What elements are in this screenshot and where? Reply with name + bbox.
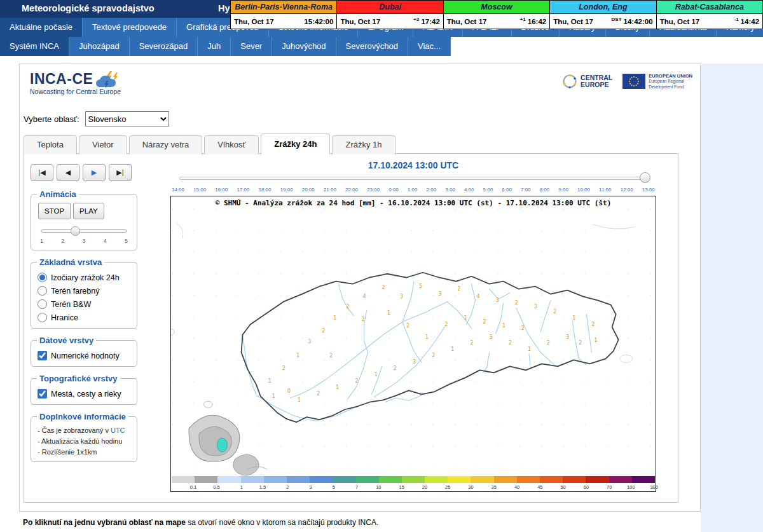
scale-label: 45 xyxy=(519,484,542,490)
timeline-tick[interactable]: 21:00 xyxy=(324,187,336,193)
scale-segment xyxy=(632,476,655,483)
svg-text:1: 1 xyxy=(451,346,454,352)
next-frame-button[interactable]: ▶ xyxy=(83,164,106,181)
timeline-tick[interactable]: 3:00 xyxy=(445,187,455,193)
time-slider[interactable] xyxy=(179,177,647,182)
scale-label: 1 xyxy=(220,484,243,490)
scale-segment xyxy=(333,476,355,483)
base-layer-option[interactable]: Izočiary zrážok 24h xyxy=(38,273,131,282)
timeline-tick[interactable]: 6:00 xyxy=(502,187,512,193)
svg-text:1: 1 xyxy=(296,353,299,358)
timeline-tick[interactable]: 17:00 xyxy=(237,187,249,193)
time-slider-handle[interactable] xyxy=(640,172,650,183)
base-layer-option[interactable]: Terén farebný xyxy=(38,286,131,296)
nav-item[interactable]: Juh xyxy=(198,37,231,56)
topo-layer-checkbox[interactable] xyxy=(38,389,47,399)
speed-slider-handle[interactable] xyxy=(71,226,80,236)
product-tab[interactable]: Vlhkosť xyxy=(204,135,259,154)
timeline-tick[interactable]: 20:00 xyxy=(302,187,315,193)
speed-slider[interactable] xyxy=(41,229,127,233)
scale-segment xyxy=(310,476,333,483)
base-layer-radio[interactable] xyxy=(38,299,47,309)
nav-item[interactable]: Severozápad xyxy=(130,37,198,56)
info-line-text: - Čas je zobrazovaný v xyxy=(38,426,111,434)
product-tab[interactable]: Nárazy vetra xyxy=(129,135,203,154)
product-tab[interactable]: Zrážky 1h xyxy=(332,135,395,154)
timeline-tick[interactable]: 10:00 xyxy=(577,187,590,193)
timeline-tick[interactable]: 13:00 xyxy=(642,187,655,193)
svg-text:2: 2 xyxy=(509,341,512,346)
timeline-tick[interactable]: 2:00 xyxy=(427,187,437,193)
header-title-meteo[interactable]: Meteorologické spravodajstvo xyxy=(22,3,155,13)
utc-link[interactable]: UTC xyxy=(111,426,125,434)
clock-time-row: Thu, Oct 17 DST 14:42:00 xyxy=(550,14,656,29)
timeline-tick[interactable]: 11:00 xyxy=(599,187,611,193)
base-layer-radio[interactable] xyxy=(38,273,47,282)
base-layer-option[interactable]: Hranice xyxy=(38,313,131,322)
product-tab[interactable]: Zrážky 24h xyxy=(261,133,330,154)
data-layer-option[interactable]: Numerické hodnoty xyxy=(38,351,131,360)
eu-subtitle2: Development Fund xyxy=(649,85,692,90)
timeline-tick[interactable]: 19:00 xyxy=(280,187,293,193)
data-layer-checkbox[interactable] xyxy=(38,351,47,360)
timeline-tick[interactable]: 23:00 xyxy=(367,187,380,193)
timeline-tick[interactable]: 16:00 xyxy=(215,187,228,193)
scale-segment xyxy=(287,476,310,483)
product-tab[interactable]: Vietor xyxy=(79,135,127,154)
nav-item[interactable]: Viac... xyxy=(408,37,451,56)
product-tab[interactable]: Teplota xyxy=(24,135,77,154)
region-select[interactable]: Slovensko xyxy=(85,111,169,126)
svg-text:1: 1 xyxy=(272,393,275,399)
time-slider-track[interactable] xyxy=(179,177,647,180)
scale-label: 10 xyxy=(358,484,381,490)
svg-text:2: 2 xyxy=(547,341,550,346)
timeline-tick[interactable]: 8:00 xyxy=(540,187,550,193)
nav-item[interactable]: Sever xyxy=(231,37,272,56)
timeline-tick[interactable]: 14:00 xyxy=(172,187,184,193)
topo-layers-legend: Topografické vrstvy xyxy=(37,374,120,383)
clock-date: Thu, Oct 17 xyxy=(553,18,593,25)
stop-button[interactable]: STOP xyxy=(38,203,71,219)
precipitation-map[interactable]: © SHMÚ - Analýza zrážok za 24 hod [mm] -… xyxy=(170,196,656,492)
play-button[interactable]: PLAY xyxy=(73,203,104,219)
timeline-tick[interactable]: 9:00 xyxy=(558,187,568,193)
inca-logo-subtitle: Nowcasting for Central Europe xyxy=(30,88,123,95)
nav-item[interactable]: Severovýchod xyxy=(336,37,408,56)
topo-layer-option[interactable]: Mestá, cesty a rieky xyxy=(38,389,131,399)
base-layer-option-label: Izočiary zrážok 24h xyxy=(51,273,120,282)
nav-item[interactable]: Juhozápad xyxy=(69,37,130,56)
map-canvas[interactable]: 1213212423532432321232123212321212102121… xyxy=(171,208,656,476)
timeline-tick[interactable]: 15:00 xyxy=(193,187,206,193)
nav-item[interactable]: Textové predpovede xyxy=(83,18,177,37)
scale-label: 100 xyxy=(612,484,635,490)
svg-text:1: 1 xyxy=(528,346,531,352)
clock-date: Thu, Oct 17 xyxy=(234,18,274,25)
timeline-tick[interactable]: 4:00 xyxy=(464,187,474,193)
timeline-tick[interactable]: 7:00 xyxy=(521,187,531,193)
nav-item[interactable]: Juhovýchod xyxy=(272,37,336,56)
nav-item[interactable]: Aktuálne počasie xyxy=(0,18,83,37)
prev-frame-button[interactable]: ◀ xyxy=(57,164,79,181)
scale-segment xyxy=(494,476,517,483)
page: Meteorologické spravodajstvo Hydrologick… xyxy=(0,0,763,532)
svg-text:2: 2 xyxy=(553,309,556,315)
timeline-tick[interactable]: 18:00 xyxy=(259,187,272,193)
svg-text:3: 3 xyxy=(534,304,537,310)
svg-text:2: 2 xyxy=(457,286,460,292)
base-layer-radio[interactable] xyxy=(38,313,47,322)
first-frame-button[interactable]: |◀ xyxy=(31,164,53,181)
timeline-tick[interactable]: 22:00 xyxy=(345,187,358,193)
base-layer-radio[interactable] xyxy=(38,286,47,296)
timeline-tick[interactable]: 1:00 xyxy=(408,187,418,193)
svg-text:3: 3 xyxy=(566,334,569,340)
scale-label: 0.5 xyxy=(196,484,219,490)
timeline-tick[interactable]: 12:00 xyxy=(621,187,633,193)
timeline-tick[interactable]: 0:00 xyxy=(388,187,399,193)
svg-text:1: 1 xyxy=(425,334,429,340)
scale-label: 40 xyxy=(497,484,519,490)
last-frame-button[interactable]: ▶| xyxy=(109,164,132,181)
central-europe-logo: CENTRAL EUROPE xyxy=(562,74,612,89)
nav-item[interactable]: Systém INCA xyxy=(0,37,69,56)
base-layer-option[interactable]: Terén B&W xyxy=(38,299,131,309)
timeline-tick[interactable]: 5:00 xyxy=(483,187,493,193)
